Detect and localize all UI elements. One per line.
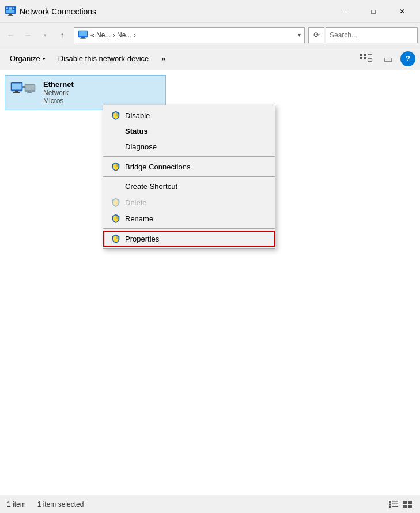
svg-rect-11 xyxy=(81,37,85,39)
context-menu-rename[interactable]: Rename xyxy=(103,210,275,227)
shield-bridge-icon xyxy=(111,162,120,171)
window-title: Network Connections xyxy=(20,7,96,16)
window-icon xyxy=(5,6,16,17)
refresh-button[interactable]: ⟳ xyxy=(308,27,324,43)
toolbar: Organize ▾ Disable this network device »… xyxy=(0,47,420,70)
ethernet-line2: Micros xyxy=(43,97,74,105)
svg-rect-25 xyxy=(26,85,35,90)
context-menu: Disable Status Diagnose Bridge Connectio… xyxy=(103,105,275,249)
context-menu-disable[interactable]: Disable xyxy=(103,107,275,123)
context-menu-shortcut-label: Create Shortcut xyxy=(125,182,177,191)
svg-rect-29 xyxy=(389,501,391,503)
search-input[interactable] xyxy=(326,27,418,43)
svg-rect-36 xyxy=(408,501,412,504)
shield-properties-icon xyxy=(111,234,120,243)
svg-rect-12 xyxy=(80,38,86,39)
close-button[interactable]: ✕ xyxy=(389,3,415,20)
svg-rect-5 xyxy=(13,7,14,9)
more-button[interactable]: » xyxy=(156,51,171,67)
separator-3 xyxy=(103,228,275,229)
context-menu-properties-label: Properties xyxy=(125,235,159,243)
ethernet-icon xyxy=(10,81,37,104)
svg-rect-31 xyxy=(389,503,391,505)
view-options-button[interactable] xyxy=(357,51,375,67)
context-menu-properties[interactable]: Properties xyxy=(103,231,275,247)
svg-rect-7 xyxy=(9,14,12,15)
shield-delete-icon xyxy=(111,198,120,207)
svg-rect-13 xyxy=(360,54,362,56)
content-area: Ethernet Network Micros Disable Status xyxy=(0,70,420,495)
svg-rect-34 xyxy=(392,506,398,507)
context-menu-status[interactable]: Status xyxy=(103,123,275,139)
context-menu-delete-label: Delete xyxy=(125,198,147,207)
disable-network-button[interactable]: Disable this network device xyxy=(53,51,154,67)
forward-button[interactable]: → xyxy=(20,27,36,43)
svg-rect-38 xyxy=(408,505,412,508)
up-button[interactable]: ↑ xyxy=(54,27,70,43)
title-controls: – □ ✕ xyxy=(331,3,415,20)
address-bar[interactable]: « Ne... › Ne... › ▾ xyxy=(74,27,305,43)
disable-network-label: Disable this network device xyxy=(58,54,149,63)
svg-rect-30 xyxy=(392,501,398,502)
svg-rect-33 xyxy=(389,506,391,508)
nav-bar: ← → ▾ ↑ « Ne... › Ne... › ▾ ⟳ xyxy=(0,23,420,47)
context-menu-bridge-label: Bridge Connections xyxy=(125,163,190,171)
status-right xyxy=(388,499,413,510)
context-menu-rename-label: Rename xyxy=(125,214,153,223)
view-toggle-button[interactable]: ▭ xyxy=(379,51,397,67)
minimize-button[interactable]: – xyxy=(331,3,358,20)
context-menu-bridge[interactable]: Bridge Connections xyxy=(103,159,275,175)
organize-label: Organize xyxy=(10,54,40,63)
status-bar: 1 item 1 item selected xyxy=(0,495,420,513)
context-menu-shortcut[interactable]: Create Shortcut xyxy=(103,179,275,194)
status-left: 1 item 1 item selected xyxy=(7,500,84,508)
ethernet-line1: Network xyxy=(43,89,74,97)
svg-rect-14 xyxy=(364,54,366,56)
svg-rect-15 xyxy=(360,57,362,59)
address-chevron-icon: ▾ xyxy=(298,32,301,38)
shield-rename-icon xyxy=(111,214,120,223)
svg-rect-22 xyxy=(15,91,18,92)
detail-view-icon[interactable] xyxy=(388,499,399,510)
svg-rect-21 xyxy=(12,83,22,89)
item-count: 1 item xyxy=(7,500,26,508)
address-text: « Ne... › Ne... › xyxy=(90,31,136,39)
svg-rect-27 xyxy=(27,92,32,93)
svg-rect-16 xyxy=(364,57,366,59)
context-menu-disable-label: Disable xyxy=(125,111,150,120)
maximize-button[interactable]: □ xyxy=(360,3,387,20)
svg-rect-3 xyxy=(6,7,8,9)
svg-rect-35 xyxy=(403,501,407,504)
svg-rect-26 xyxy=(28,92,31,93)
ethernet-name: Ethernet xyxy=(43,80,74,89)
context-menu-diagnose[interactable]: Diagnose xyxy=(103,139,275,154)
title-bar-left: Network Connections xyxy=(5,6,96,17)
svg-rect-23 xyxy=(13,92,20,93)
separator-1 xyxy=(103,156,275,157)
toolbar-right: ▭ ? xyxy=(357,51,415,67)
svg-rect-10 xyxy=(79,31,87,36)
organize-arrow-icon: ▾ xyxy=(43,56,46,62)
address-icon xyxy=(78,30,88,40)
context-menu-diagnose-label: Diagnose xyxy=(125,142,157,151)
svg-rect-37 xyxy=(403,505,407,508)
back-button[interactable]: ← xyxy=(2,27,18,43)
organize-button[interactable]: Organize ▾ xyxy=(5,51,51,67)
shield-disable-icon xyxy=(111,111,120,120)
help-button[interactable]: ? xyxy=(400,51,415,66)
separator-2 xyxy=(103,176,275,177)
svg-rect-8 xyxy=(8,15,13,16)
tile-view-icon[interactable] xyxy=(402,499,413,510)
dropdown-button[interactable]: ▾ xyxy=(37,27,53,43)
ethernet-info: Ethernet Network Micros xyxy=(43,80,74,105)
selected-count: 1 item selected xyxy=(37,500,84,508)
context-menu-delete[interactable]: Delete xyxy=(103,194,275,210)
svg-rect-32 xyxy=(392,503,398,504)
title-bar: Network Connections – □ ✕ xyxy=(0,0,420,23)
context-menu-status-label: Status xyxy=(125,127,148,135)
